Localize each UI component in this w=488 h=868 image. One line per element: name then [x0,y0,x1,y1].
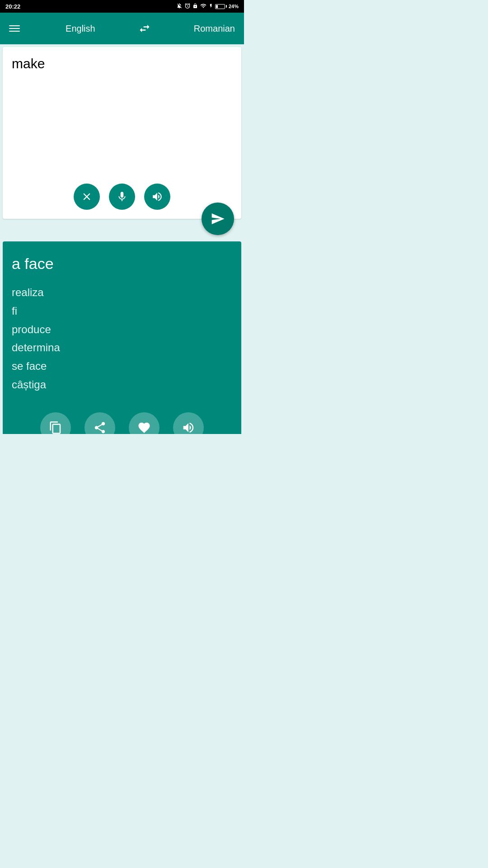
translation-item: produce [12,323,51,335]
translation-item: realiza [12,286,44,298]
translation-area: a face realiza fi produce determina se f… [3,241,241,434]
microphone-icon [116,191,128,203]
swap-language-button[interactable] [138,22,151,35]
app-header: English Romanian [0,13,244,44]
primary-translation: a face [12,255,232,273]
alarm-icon [184,3,191,10]
favorite-icon [137,421,151,434]
input-text[interactable]: make [12,56,232,71]
lock-icon [192,3,198,10]
favorite-button[interactable] [129,412,160,434]
volume-icon [151,191,163,203]
clear-icon [81,191,93,203]
speak-translation-button[interactable] [173,412,204,434]
bell-mute-icon [176,3,183,10]
source-language[interactable]: English [66,24,95,34]
menu-icon [9,25,20,26]
translation-item: fi [12,305,17,317]
status-icons: 24% [176,3,239,10]
bolt-icon [209,3,213,10]
send-button[interactable] [202,203,234,235]
time: 20:22 [5,3,20,10]
speak-input-button[interactable] [144,184,170,210]
translation-wrapper: a face realiza fi produce determina se f… [3,241,241,434]
translation-item: se face [12,360,47,372]
input-wrapper: make [3,47,241,219]
status-bar: 20:22 [0,0,244,13]
secondary-translations: realiza fi produce determina se face câș… [12,283,232,394]
send-icon [211,212,225,226]
copy-icon [49,421,62,434]
share-button[interactable] [84,412,115,434]
volume-translation-icon [182,421,195,434]
battery-percent: 24% [229,4,239,9]
menu-button[interactable] [9,25,23,32]
signal-icon [200,3,207,10]
translation-item: câștiga [12,378,46,391]
input-area[interactable]: make [3,47,241,219]
share-icon [93,421,107,434]
battery-icon [215,4,227,9]
translation-item: determina [12,341,60,354]
microphone-button[interactable] [109,184,135,210]
input-controls [74,184,170,210]
copy-button[interactable] [40,412,71,434]
menu-icon [9,31,20,32]
clear-button[interactable] [74,184,100,210]
menu-icon [9,28,20,29]
translation-controls [12,412,232,434]
target-language[interactable]: Romanian [194,24,235,34]
